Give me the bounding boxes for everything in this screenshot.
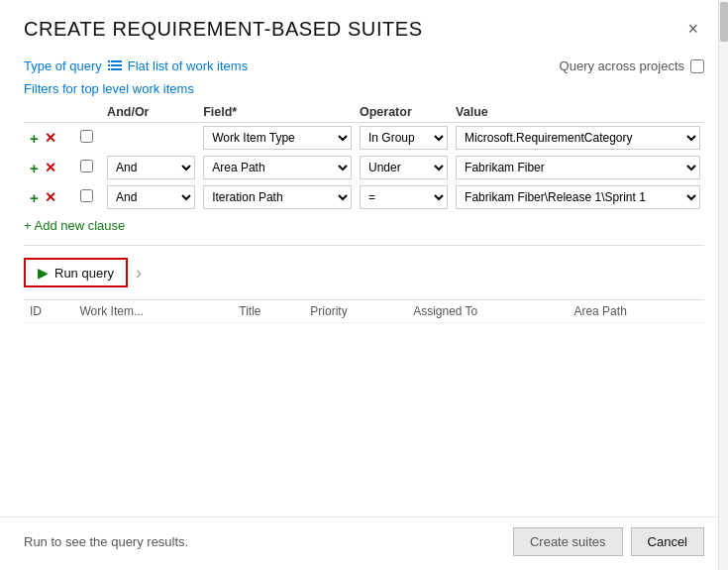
- table-row: + ✕ AndOr Work Item Type Area Path Itera…: [24, 182, 704, 212]
- value-select[interactable]: Fabrikam Fiber: [456, 156, 700, 179]
- dialog-body: Type of query Flat list of work items Qu…: [0, 49, 728, 516]
- filters-label: Filters for top level work items: [24, 79, 704, 102]
- list-icon: [108, 59, 122, 73]
- field-select[interactable]: Work Item Type Area Path Iteration Path: [203, 185, 352, 209]
- scrollbar[interactable]: [718, 0, 728, 570]
- results-col-header: Title: [233, 300, 304, 323]
- results-table: IDWork Item...TitlePriorityAssigned ToAr…: [24, 300, 704, 323]
- query-across-label: Query across projects: [560, 58, 684, 73]
- footer-status: Run to see the query results.: [24, 534, 188, 549]
- col-check-header: [76, 102, 103, 123]
- arrow-right-icon: ›: [136, 263, 142, 284]
- query-type-left: Type of query Flat list of work items: [24, 58, 248, 73]
- run-query-button[interactable]: ▶ Run query: [24, 258, 128, 287]
- flat-list-link[interactable]: Flat list of work items: [108, 58, 248, 73]
- footer-buttons: Create suites Cancel: [513, 527, 704, 556]
- run-query-label: Run query: [54, 266, 114, 281]
- scrollbar-thumb: [720, 2, 728, 42]
- query-across-row: Query across projects: [560, 58, 704, 73]
- results-col-header: ID: [24, 300, 73, 323]
- andor-select[interactable]: AndOr: [107, 185, 195, 209]
- row-actions: + ✕: [28, 131, 72, 146]
- empty-results: [24, 323, 704, 383]
- play-icon: ▶: [38, 265, 49, 281]
- query-across-checkbox[interactable]: [690, 59, 704, 73]
- query-type-label: Type of query: [24, 58, 102, 73]
- results-col-header: Assigned To: [407, 300, 568, 323]
- query-type-row: Type of query Flat list of work items Qu…: [24, 49, 704, 79]
- divider-1: [24, 245, 704, 246]
- dialog-footer: Run to see the query results. Create sui…: [0, 516, 728, 570]
- cancel-button[interactable]: Cancel: [631, 527, 704, 556]
- remove-row-button[interactable]: ✕: [43, 131, 58, 145]
- results-col-header: Work Item...: [73, 300, 233, 323]
- create-suites-dialog: CREATE REQUIREMENT-BASED SUITES × Type o…: [0, 0, 728, 570]
- andor-select[interactable]: AndOr: [107, 156, 195, 179]
- field-select[interactable]: Work Item Type Area Path Iteration Path: [203, 156, 352, 179]
- row-actions: + ✕: [28, 190, 72, 205]
- row-actions: + ✕: [28, 161, 72, 175]
- run-query-section: ▶ Run query ›: [24, 254, 704, 295]
- operator-select[interactable]: In Group Under = !=: [360, 156, 448, 179]
- field-select[interactable]: Work Item Type Area Path Iteration Path: [203, 126, 352, 150]
- results-header-row: IDWork Item...TitlePriorityAssigned ToAr…: [24, 300, 704, 323]
- col-andor-header: And/Or: [103, 102, 199, 123]
- results-col-header: Area Path: [568, 300, 704, 323]
- col-value-header: Value: [452, 102, 704, 123]
- operator-select[interactable]: In Group Under = !=: [360, 126, 448, 150]
- value-select[interactable]: Microsoft.RequirementCategory: [456, 126, 700, 150]
- table-row: + ✕ Work Item Type Area Path Iteration P…: [24, 123, 704, 154]
- svg-rect-3: [110, 60, 111, 62]
- dialog-header: CREATE REQUIREMENT-BASED SUITES ×: [0, 0, 728, 49]
- col-actions-header: [24, 102, 76, 123]
- remove-row-button[interactable]: ✕: [43, 161, 58, 174]
- svg-rect-4: [110, 64, 111, 66]
- dialog-title: CREATE REQUIREMENT-BASED SUITES: [24, 18, 423, 41]
- col-operator-header: Operator: [356, 102, 452, 123]
- remove-row-button[interactable]: ✕: [43, 190, 58, 204]
- close-button[interactable]: ×: [681, 18, 704, 40]
- flat-list-label: Flat list of work items: [128, 58, 248, 73]
- row-checkbox[interactable]: [80, 130, 93, 143]
- row-checkbox[interactable]: [80, 160, 93, 172]
- svg-rect-5: [110, 68, 111, 70]
- table-header-row: And/Or Field* Operator Value: [24, 102, 704, 123]
- add-row-button[interactable]: +: [28, 161, 41, 175]
- row-checkbox[interactable]: [80, 189, 93, 202]
- col-field-header: Field*: [199, 102, 356, 123]
- operator-select[interactable]: In Group Under = !=: [360, 185, 448, 209]
- add-clause-button[interactable]: + Add new clause: [24, 212, 704, 235]
- add-row-button[interactable]: +: [28, 131, 41, 146]
- table-row: + ✕ AndOr Work Item Type Area Path Itera…: [24, 153, 704, 182]
- query-table: And/Or Field* Operator Value + ✕ Work It…: [24, 102, 704, 212]
- value-select[interactable]: Fabrikam Fiber\Release 1\Sprint 1: [456, 185, 700, 209]
- results-col-header: Priority: [304, 300, 407, 323]
- add-row-button[interactable]: +: [28, 190, 41, 205]
- create-suites-button[interactable]: Create suites: [513, 527, 623, 556]
